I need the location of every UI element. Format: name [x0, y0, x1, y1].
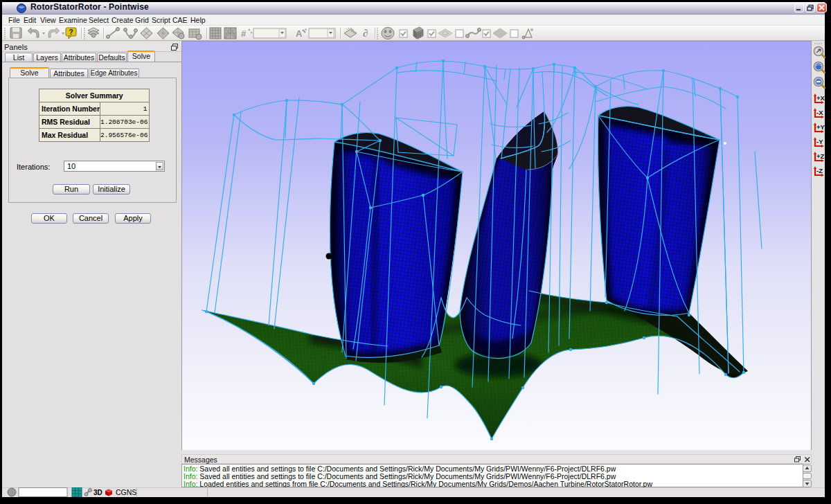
svg-text:#: #: [241, 28, 247, 39]
svg-text:+Y: +Y: [816, 123, 825, 131]
svg-text:-Y: -Y: [816, 138, 823, 145]
svg-text:-X: -X: [816, 109, 823, 116]
svg-text:A: A: [296, 28, 303, 39]
svg-text:+X: +X: [816, 94, 825, 102]
svg-text:-Z: -Z: [816, 167, 823, 174]
svg-text:CGNS: CGNS: [116, 488, 136, 496]
svg-text:+Z: +Z: [816, 152, 825, 160]
svg-text:∂: ∂: [363, 28, 368, 39]
svg-text:3D: 3D: [93, 489, 102, 496]
svg-text:?: ?: [69, 28, 73, 36]
